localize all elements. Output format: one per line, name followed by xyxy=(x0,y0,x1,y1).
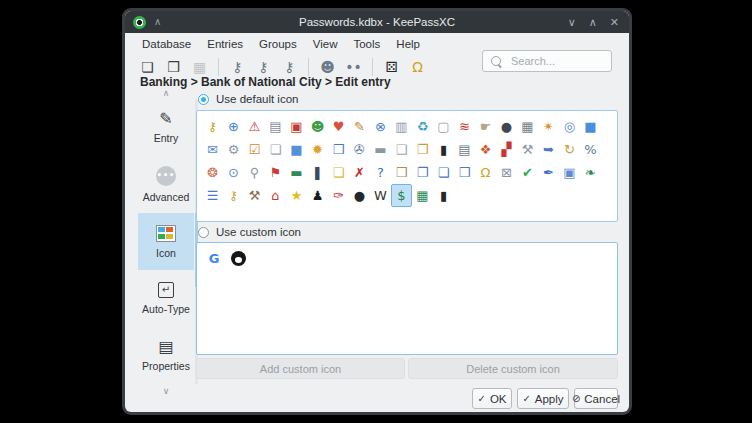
default-icon-feather[interactable]: ✑ xyxy=(328,184,349,207)
default-icon-home[interactable]: ⌂ xyxy=(265,184,286,207)
delete-custom-icon-button[interactable]: Delete custom icon xyxy=(408,358,618,379)
default-icon-cd-rom[interactable]: ◎ xyxy=(559,115,580,138)
sidebar-item-properties[interactable]: ▤Properties xyxy=(138,327,194,384)
apply-button[interactable]: ✓ Apply xyxy=(517,388,569,409)
default-icon-clipboard-ready[interactable]: ☑ xyxy=(244,138,265,161)
default-icon-user-key[interactable]: ⚷ xyxy=(223,184,244,207)
default-icon-email-box[interactable]: ❒ xyxy=(328,138,349,161)
default-icon-apple[interactable]: ● xyxy=(349,184,370,207)
google-icon[interactable]: G xyxy=(206,250,222,266)
default-icon-paper-flag[interactable]: ⚑ xyxy=(265,161,286,184)
default-icon-configuration[interactable]: ⚙ xyxy=(223,138,244,161)
ok-button[interactable]: ✓ OK xyxy=(472,388,512,409)
copy-password-icon[interactable]: •• xyxy=(344,58,363,77)
lock-database-icon[interactable]: Ω xyxy=(408,58,427,77)
default-icon-marked-directory[interactable]: ▣ xyxy=(286,115,307,138)
sidebar-item-auto-type[interactable]: ↵Auto-Type xyxy=(138,270,194,327)
default-icon-expired[interactable]: ✗ xyxy=(349,161,370,184)
new-database-icon[interactable]: ❏ xyxy=(138,58,157,77)
search-box[interactable] xyxy=(482,50,612,72)
default-icon-network-server[interactable]: ▤ xyxy=(265,115,286,138)
sidebar-scroll-down-icon[interactable]: ∨ xyxy=(138,386,194,396)
default-icon-info[interactable]: ? xyxy=(370,161,391,184)
default-icon-world-computer[interactable]: ➥ xyxy=(538,138,559,161)
edit-entry-icon[interactable]: ⚷ xyxy=(254,58,273,77)
default-icon-world-star[interactable]: ✴ xyxy=(538,115,559,138)
default-icon-settings[interactable]: ⚒ xyxy=(517,138,538,161)
cancel-button[interactable]: ⊘ Cancel xyxy=(574,388,618,409)
open-database-icon[interactable]: ❒ xyxy=(164,58,183,77)
title-bar[interactable]: ∧ Passwords.kdbx - KeePassXC ∨ ∧ ✕ xyxy=(125,11,629,33)
default-icon-run[interactable]: ▞ xyxy=(496,138,517,161)
use-custom-icon-radio[interactable]: Use custom icon xyxy=(198,226,301,238)
default-icon-drive[interactable]: ▬ xyxy=(370,138,391,161)
delete-entry-icon[interactable]: ⚷ xyxy=(280,58,299,77)
default-icon-multi-keys[interactable]: ☛ xyxy=(475,115,496,138)
default-icon-energy[interactable]: ● xyxy=(496,115,517,138)
default-icon-drive-windows[interactable]: ❂ xyxy=(202,161,223,184)
sidebar-scroll-up-icon[interactable]: ∧ xyxy=(138,88,194,98)
sidebar-item-entry[interactable]: ✎Entry xyxy=(138,99,194,156)
radio-unselected-icon[interactable] xyxy=(198,227,209,238)
default-icon-certificate[interactable]: ▦ xyxy=(412,184,433,207)
default-icon-list[interactable]: ☰ xyxy=(202,184,223,207)
close-button[interactable]: ✕ xyxy=(610,16,619,29)
save-database-icon[interactable]: ▦ xyxy=(190,58,209,77)
maximize-button[interactable]: ∧ xyxy=(589,16,597,29)
menu-item-view[interactable]: View xyxy=(305,36,346,52)
default-icon-memory[interactable]: ▬ xyxy=(286,161,307,184)
default-icon-trash-bin[interactable]: ❚ xyxy=(307,161,328,184)
menu-item-tools[interactable]: Tools xyxy=(345,36,388,52)
default-icon-terminal-encrypted[interactable]: ❐ xyxy=(412,138,433,161)
default-icon-folder[interactable]: ❐ xyxy=(412,161,433,184)
default-icon-world[interactable]: ⊕ xyxy=(223,115,244,138)
default-icon-clock[interactable]: ⊙ xyxy=(223,161,244,184)
add-entry-icon[interactable]: ⚷ xyxy=(228,58,247,77)
default-icon-paper-locked[interactable]: ⊠ xyxy=(496,161,517,184)
default-icon-package[interactable]: ❒ xyxy=(391,161,412,184)
default-icon-world-socket[interactable]: ⊗ xyxy=(370,115,391,138)
default-icon-key[interactable]: ⚷ xyxy=(202,115,223,138)
default-icon-program-icons[interactable]: ❖ xyxy=(475,138,496,161)
default-icon-notepad[interactable]: ✎ xyxy=(349,115,370,138)
default-icon-pen[interactable]: ✒ xyxy=(538,161,559,184)
default-icon-email-search[interactable]: ⚲ xyxy=(244,161,265,184)
add-custom-icon-button[interactable]: Add custom icon xyxy=(196,358,405,379)
sidebar-item-icon[interactable]: Icon xyxy=(138,213,194,270)
default-icon-wiki[interactable]: W xyxy=(370,184,391,207)
default-icon-paper-ready[interactable]: ♻ xyxy=(412,115,433,138)
default-icon-disk[interactable]: ✇ xyxy=(349,138,370,161)
sidebar-item-advanced[interactable]: •••Advanced xyxy=(138,156,194,213)
default-icon-checked[interactable]: ✔ xyxy=(517,161,538,184)
default-icon-digicam[interactable]: ▢ xyxy=(433,115,454,138)
default-icon-warning[interactable]: ⚠ xyxy=(244,115,265,138)
default-icon-book[interactable]: ❧ xyxy=(580,161,601,184)
default-icon-blackberry[interactable]: ▮ xyxy=(433,184,454,207)
menu-item-help[interactable]: Help xyxy=(388,36,428,52)
menu-item-database[interactable]: Database xyxy=(134,36,199,52)
default-icon-scanner[interactable]: ▦ xyxy=(517,115,538,138)
radio-selected-icon[interactable] xyxy=(198,94,209,105)
default-icon-folder-package[interactable]: ❒ xyxy=(454,161,475,184)
default-icon-identity[interactable]: ▥ xyxy=(391,115,412,138)
default-icon-email[interactable]: ✉ xyxy=(202,138,223,161)
copy-username-icon[interactable]: ☻ xyxy=(318,58,337,77)
default-icon-lock-open[interactable]: Ω xyxy=(475,161,496,184)
default-icon-screen[interactable]: ■ xyxy=(286,138,307,161)
default-icon-money[interactable]: $ xyxy=(391,184,412,207)
default-icon-archive[interactable]: ↻ xyxy=(559,138,580,161)
default-icon-tool[interactable]: ⚒ xyxy=(244,184,265,207)
password-generator-icon[interactable]: ⚄ xyxy=(382,58,401,77)
default-icon-folder-open[interactable]: ❏ xyxy=(433,161,454,184)
default-icon-printer[interactable]: ▤ xyxy=(454,138,475,161)
default-icon-note[interactable]: ❏ xyxy=(328,161,349,184)
default-icon-paper-q[interactable]: ❑ xyxy=(391,138,412,161)
default-icon-paper-new[interactable]: ❏ xyxy=(265,138,286,161)
default-icon-parts[interactable]: ♥ xyxy=(328,115,349,138)
default-icon-tux[interactable]: ♟ xyxy=(307,184,328,207)
default-icon-console[interactable]: ▮ xyxy=(433,138,454,161)
default-icon-user-communication[interactable]: ☻ xyxy=(307,115,328,138)
menu-item-entries[interactable]: Entries xyxy=(199,36,251,52)
github-icon[interactable] xyxy=(230,250,246,266)
default-icon-homebanking[interactable]: % xyxy=(580,138,601,161)
